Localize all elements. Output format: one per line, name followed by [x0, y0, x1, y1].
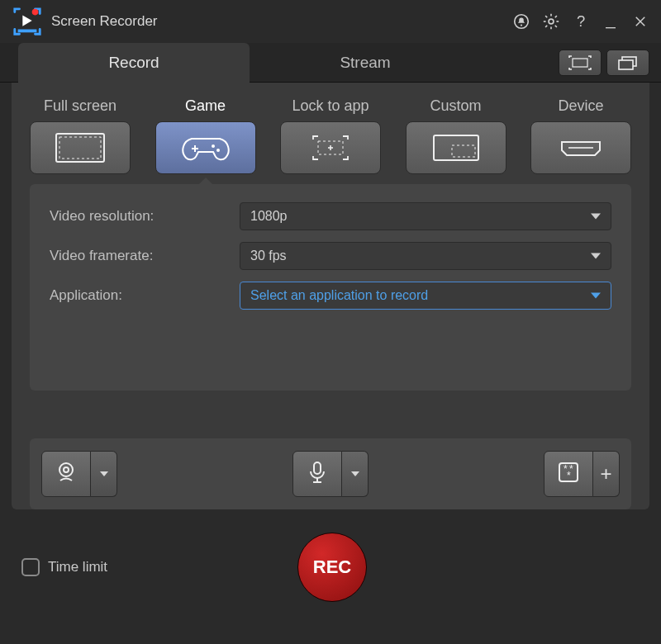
framerate-value: 30 fps — [250, 249, 287, 263]
svg-rect-20 — [619, 60, 633, 69]
mode-custom-label: Custom — [406, 97, 506, 115]
record-button-label: REC — [313, 556, 351, 578]
gamepad-icon — [155, 121, 256, 174]
application-select[interactable]: Select an application to record — [240, 282, 611, 310]
resolution-value: 1080p — [250, 209, 288, 224]
svg-rect-18 — [573, 59, 587, 67]
record-button[interactable]: REC — [297, 533, 367, 602]
overlay-icon: *** — [555, 459, 582, 489]
svg-point-4 — [521, 24, 522, 26]
app-title: Screen Recorder — [51, 13, 158, 30]
footer: Time limit REC — [0, 521, 661, 602]
preview-toggle-button[interactable] — [559, 50, 602, 76]
minimize-button[interactable] — [602, 12, 620, 31]
webcam-dropdown[interactable] — [91, 451, 117, 497]
svg-line-12 — [555, 16, 557, 17]
mode-game[interactable]: Game — [155, 97, 256, 184]
notifications-icon[interactable] — [512, 12, 530, 31]
mode-fullscreen[interactable]: Full screen — [30, 97, 131, 184]
app-icon — [12, 6, 43, 37]
mode-lock-to-app[interactable]: Lock to app — [280, 97, 381, 184]
application-value: Select an application to record — [250, 288, 428, 303]
plus-icon: + — [601, 462, 612, 485]
svg-rect-2 — [18, 30, 37, 33]
svg-point-26 — [216, 149, 220, 152]
svg-text:?: ? — [577, 12, 585, 30]
microphone-icon — [304, 459, 330, 489]
tab-stream-label: Stream — [340, 54, 390, 72]
overlay-tool: *** + — [435, 450, 620, 498]
microphone-button[interactable] — [292, 451, 342, 497]
framerate-label: Video framerate: — [50, 248, 240, 264]
chevron-down-icon — [591, 253, 601, 259]
svg-text:*: * — [567, 470, 571, 481]
microphone-tool — [239, 450, 423, 498]
mode-custom[interactable]: Custom — [406, 97, 506, 184]
help-icon[interactable]: ? — [572, 12, 590, 31]
chevron-down-icon — [591, 214, 601, 220]
workspace: Full screen Game Lock to app Custom — [12, 83, 649, 509]
mode-lock-label: Lock to app — [280, 97, 381, 115]
svg-rect-30 — [434, 135, 478, 160]
tab-record[interactable]: Record — [18, 43, 250, 83]
time-limit-checkbox[interactable] — [21, 558, 40, 576]
svg-rect-35 — [314, 462, 321, 474]
time-limit-label[interactable]: Time limit — [48, 559, 107, 575]
capture-modes: Full screen Game Lock to app Custom — [30, 97, 631, 184]
mode-device-label: Device — [530, 97, 631, 115]
microphone-dropdown[interactable] — [342, 451, 369, 497]
svg-line-13 — [545, 26, 547, 27]
resolution-label: Video resolution: — [50, 208, 240, 225]
svg-point-33 — [59, 463, 73, 476]
settings-icon[interactable] — [542, 12, 560, 31]
svg-point-5 — [549, 19, 554, 24]
hdmi-icon — [530, 121, 631, 174]
svg-point-25 — [212, 144, 215, 148]
chevron-down-icon — [351, 471, 359, 476]
mode-fullscreen-label: Full screen — [30, 97, 131, 115]
mode-game-label: Game — [155, 97, 256, 115]
svg-line-10 — [545, 16, 547, 17]
lock-to-app-icon — [280, 121, 381, 174]
tab-stream[interactable]: Stream — [250, 43, 481, 83]
webcam-button[interactable] — [41, 451, 91, 497]
custom-region-icon — [406, 121, 506, 174]
fullscreen-icon — [30, 121, 131, 174]
overlay-add-button[interactable]: + — [593, 451, 620, 497]
mode-device[interactable]: Device — [530, 97, 631, 184]
close-button[interactable] — [631, 12, 649, 31]
svg-rect-31 — [452, 145, 475, 157]
framerate-select[interactable]: 30 fps — [240, 242, 611, 270]
settings-panel: Video resolution: 1080p Video framerate:… — [30, 184, 631, 391]
svg-rect-22 — [59, 137, 101, 159]
chevron-down-icon — [591, 293, 601, 299]
overlay-button[interactable]: *** — [544, 451, 593, 497]
svg-point-1 — [32, 9, 39, 16]
svg-point-34 — [64, 467, 69, 472]
tab-record-label: Record — [108, 54, 159, 72]
titlebar: Screen Recorder ? — [0, 0, 661, 43]
webcam-icon — [53, 459, 79, 489]
resolution-select[interactable]: 1080p — [240, 202, 611, 230]
svg-line-11 — [555, 26, 557, 27]
svg-marker-0 — [22, 15, 31, 26]
chevron-down-icon — [100, 471, 108, 476]
tools-row: *** + — [30, 438, 631, 509]
webcam-tool — [41, 450, 226, 498]
main-tabs: Record Stream — [0, 43, 661, 83]
svg-rect-21 — [56, 134, 104, 162]
application-label: Application: — [50, 287, 240, 304]
windows-toggle-button[interactable] — [606, 50, 649, 76]
